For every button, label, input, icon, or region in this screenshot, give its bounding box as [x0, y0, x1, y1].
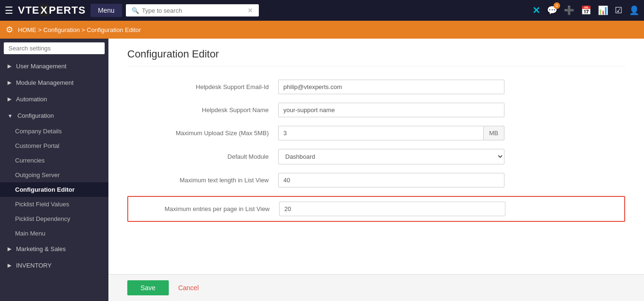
sidebar-item-company-details[interactable]: Company Details: [0, 124, 108, 138]
max-text-length-input[interactable]: [278, 173, 504, 187]
search-icon: 🔍: [132, 7, 139, 14]
main-content: Configuration Editor Helpdesk Support Em…: [108, 39, 644, 301]
chevron-right-icon: ▶: [8, 262, 11, 268]
sidebar-item-main-menu[interactable]: Main Menu: [0, 226, 108, 241]
cancel-button[interactable]: Cancel: [174, 280, 203, 295]
top-navigation: ☰ VTEXPERTS Menu 🔍 ✕ ✕ 💬 0 ➕ 📅 📊 ☑ 👤: [0, 0, 644, 21]
max-entries-label: Maximum entries per page in List View: [128, 205, 279, 212]
helpdesk-email-label: Helpdesk Support Email-Id: [127, 83, 278, 90]
menu-button[interactable]: Menu: [91, 4, 122, 17]
sidebar-item-label: Configuration: [17, 112, 54, 119]
sidebar-item-label: INVENTORY: [16, 262, 51, 269]
sidebar-item-currencies[interactable]: Currencies: [0, 153, 108, 168]
settings-gear-icon: ⚙: [6, 24, 13, 35]
search-clear-icon[interactable]: ✕: [248, 7, 253, 14]
sidebar-item-label: Marketing & Sales: [16, 245, 66, 252]
breadcrumb-sep2: >: [82, 26, 85, 33]
breadcrumb-configuration[interactable]: Configuration: [43, 26, 80, 33]
global-search[interactable]: 🔍 ✕: [126, 4, 259, 16]
form-row-max-entries: Maximum entries per page in List View: [127, 196, 625, 222]
app-logo: VTEXPERTS: [18, 4, 86, 16]
form-row-max-text-length: Maximum text length in List View: [127, 173, 625, 187]
form-row-helpdesk-email: Helpdesk Support Email-Id: [127, 80, 625, 94]
upload-size-field: MB: [278, 126, 504, 140]
breadcrumb: HOME > Configuration > Configuration Edi…: [18, 26, 141, 33]
chevron-right-icon: ▶: [8, 246, 11, 252]
chevron-down-icon: ▼: [8, 113, 13, 119]
save-button[interactable]: Save: [127, 280, 169, 295]
upload-size-label: Maximum Upload Size (Max 5MB): [127, 130, 278, 137]
upload-size-unit: MB: [483, 126, 505, 140]
sidebar-item-label: User Management: [16, 63, 66, 70]
sidebar-item-customer-portal[interactable]: Customer Portal: [0, 138, 108, 153]
helpdesk-name-input[interactable]: [278, 103, 504, 117]
sidebar-item-automation[interactable]: ▶ Automation: [0, 91, 108, 107]
sidebar-item-label: Automation: [16, 96, 47, 103]
topnav-right-icons: ✕ 💬 0 ➕ 📅 📊 ☑ 👤: [532, 5, 639, 16]
sidebar-item-label: Module Management: [16, 79, 74, 86]
form-row-helpdesk-name: Helpdesk Support Name: [127, 103, 625, 117]
sidebar-item-picklist-field-values[interactable]: Picklist Field Values: [0, 197, 108, 212]
sidebar-item-inventory[interactable]: ▶ INVENTORY: [0, 257, 108, 274]
user-icon[interactable]: 👤: [629, 5, 639, 16]
breadcrumb-bar: ⚙ HOME > Configuration > Configuration E…: [0, 21, 644, 39]
sidebar-item-picklist-dependency[interactable]: Picklist Dependency: [0, 212, 108, 226]
content-inner: Configuration Editor Helpdesk Support Em…: [108, 39, 644, 274]
chevron-right-icon: ▶: [8, 63, 11, 69]
helpdesk-name-label: Helpdesk Support Name: [127, 106, 278, 114]
form-row-default-module: Default Module Dashboard Contacts Leads …: [127, 149, 625, 164]
sidebar-search-input[interactable]: [4, 42, 105, 54]
breadcrumb-sep1: >: [38, 26, 42, 33]
x-icon[interactable]: ✕: [532, 5, 540, 16]
sidebar-item-module-management[interactable]: ▶ Module Management: [0, 74, 108, 91]
form-row-upload-size: Maximum Upload Size (Max 5MB) MB: [127, 126, 625, 140]
chart-icon[interactable]: 📊: [598, 5, 608, 16]
breadcrumb-current: Configuration Editor: [87, 26, 141, 33]
sidebar-item-marketing-sales[interactable]: ▶ Marketing & Sales: [0, 241, 108, 257]
chat-icon[interactable]: 💬 0: [547, 5, 557, 16]
search-input[interactable]: [142, 7, 246, 14]
sidebar-item-configuration[interactable]: ▼ Configuration: [0, 107, 108, 124]
calendar-icon[interactable]: 📅: [581, 5, 591, 16]
sidebar-item-user-management[interactable]: ▶ User Management: [0, 58, 108, 74]
sidebar-item-outgoing-server[interactable]: Outgoing Server: [0, 168, 108, 182]
default-module-label: Default Module: [127, 153, 278, 160]
plus-icon[interactable]: ➕: [564, 5, 574, 16]
chevron-right-icon: ▶: [8, 80, 11, 86]
breadcrumb-home[interactable]: HOME: [18, 26, 36, 33]
sidebar: ▶ User Management ▶ Module Management ▶ …: [0, 39, 108, 301]
notification-badge: 0: [553, 2, 560, 9]
max-text-length-label: Maximum text length in List View: [127, 177, 278, 184]
main-layout: ▶ User Management ▶ Module Management ▶ …: [0, 39, 644, 301]
content-footer: Save Cancel: [108, 274, 644, 301]
upload-size-input[interactable]: [278, 126, 483, 140]
page-title: Configuration Editor: [127, 48, 625, 66]
helpdesk-email-input[interactable]: [278, 80, 504, 94]
hamburger-icon[interactable]: ☰: [5, 5, 13, 16]
check-icon[interactable]: ☑: [615, 5, 622, 16]
sidebar-item-configuration-editor[interactable]: Configuration Editor: [0, 182, 108, 197]
chevron-right-icon: ▶: [8, 96, 11, 102]
max-entries-input[interactable]: [279, 202, 505, 216]
default-module-select[interactable]: Dashboard Contacts Leads Accounts: [278, 149, 504, 164]
